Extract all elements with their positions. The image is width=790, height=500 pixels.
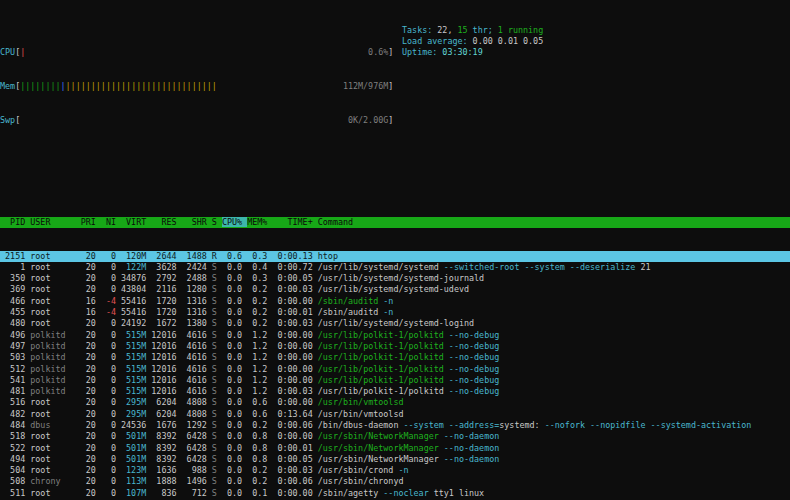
meter-ticks-green: |||||||| — [20, 81, 60, 91]
process-row[interactable]: 480 root 20 0 24192 1672 1380 S 0.0 0.2 … — [0, 318, 790, 329]
column-header-command[interactable]: Command — [318, 217, 353, 227]
virt-cell: 515M — [121, 341, 151, 351]
tasks-summary: Tasks: 22, 15 thr; 1 running — [402, 25, 543, 36]
nice-cell: 0 — [101, 273, 121, 283]
column-header-virt[interactable]: VIRT — [121, 217, 151, 227]
state-cell: S — [212, 262, 222, 272]
user-cell: polkitd — [30, 330, 80, 340]
process-row[interactable]: 350 root 20 0 34876 2792 2488 S 0.0 0.3 … — [0, 273, 790, 284]
process-row[interactable]: 466 root 16 -4 55416 1720 1316 S 0.0 0.2… — [0, 296, 790, 307]
column-header-shr[interactable]: SHR — [182, 217, 212, 227]
res-cell: 1720 — [151, 307, 181, 317]
command-cell: /usr/lib/polkit-1/polkitd — [318, 386, 444, 396]
process-row[interactable]: 518 root 20 0 501M 8392 6428 S 0.0 0.8 0… — [0, 431, 790, 442]
user-cell: root — [30, 409, 80, 419]
state-cell: S — [212, 330, 222, 340]
uptime-segment: Uptime: — [402, 47, 442, 57]
mem-percent-cell: 0.2 — [247, 284, 272, 294]
process-row[interactable]: 481 polkitd 20 0 515M 12016 4616 S 0.0 1… — [0, 386, 790, 397]
priority-cell: 20 — [81, 330, 101, 340]
process-row[interactable]: 1 root 20 0 122M 3628 2424 S 0.0 0.4 0:0… — [0, 262, 790, 273]
state-cell: S — [212, 386, 222, 396]
process-row[interactable]: 496 polkitd 20 0 515M 12016 4616 S 0.0 1… — [0, 330, 790, 341]
process-row[interactable]: 511 root 20 0 107M 836 712 S 0.0 0.1 0:0… — [0, 488, 790, 499]
virt-cell: 515M — [121, 386, 151, 396]
cpu-percent-cell: 0.0 — [222, 386, 247, 396]
shr-cell: 6428 — [182, 454, 212, 464]
command-cell: htop — [318, 251, 338, 261]
cpu-percent-cell: 0.0 — [222, 454, 247, 464]
pid-cell: 369 — [0, 284, 30, 294]
time-cell: 0:00.06 — [272, 476, 317, 486]
res-cell: 2116 — [151, 284, 181, 294]
process-row[interactable]: 541 polkitd 20 0 515M 12016 4616 S 0.0 1… — [0, 375, 790, 386]
process-row[interactable]: 503 polkitd 20 0 515M 12016 4616 S 0.0 1… — [0, 352, 790, 363]
column-header-cpu[interactable]: CPU% — [222, 217, 247, 227]
cpu-percent-cell: 0.0 — [222, 431, 247, 441]
command-cell: /usr/bin/vmtoolsd — [318, 397, 404, 407]
command-cell: -n — [378, 296, 393, 306]
command-cell: /usr/lib/systemd/systemd-logind — [318, 318, 474, 328]
command-cell: /sbin/auditd — [318, 307, 379, 317]
process-row[interactable]: 484 dbus 20 0 24536 1676 1292 S 0.0 0.2 … — [0, 420, 790, 431]
process-row[interactable]: 512 polkitd 20 0 515M 12016 4616 S 0.0 1… — [0, 364, 790, 375]
mem-percent-cell: 0.8 — [247, 454, 272, 464]
priority-cell: 20 — [81, 465, 101, 475]
time-cell: 0:00.00 — [272, 296, 317, 306]
process-row[interactable]: 2151 root 20 0 120M 2644 1488 R 0.6 0.3 … — [0, 251, 790, 262]
user-cell: root — [30, 296, 80, 306]
process-row[interactable]: 522 root 20 0 501M 8392 6428 S 0.0 0.8 0… — [0, 443, 790, 454]
uptime: Uptime: 03:30:19 — [402, 47, 543, 58]
column-header-res[interactable]: RES — [151, 217, 181, 227]
pid-cell: 466 — [0, 296, 30, 306]
process-row[interactable]: 482 root 20 0 295M 6204 4808 S 0.0 0.6 0… — [0, 409, 790, 420]
column-header-ni[interactable]: NI — [101, 217, 121, 227]
res-cell: 8392 — [151, 443, 181, 453]
nice-cell: 0 — [101, 375, 121, 385]
nice-cell: 0 — [101, 318, 121, 328]
process-row[interactable]: 516 root 20 0 295M 6204 4808 S 0.0 0.6 0… — [0, 397, 790, 408]
state-cell: R — [212, 251, 222, 261]
mem-percent-cell: 0.2 — [247, 476, 272, 486]
process-row[interactable]: 455 root 16 -4 55416 1720 1316 S 0.0 0.2… — [0, 307, 790, 318]
nice-cell: -4 — [101, 296, 121, 306]
user-cell: root — [30, 318, 80, 328]
process-row[interactable]: 494 root 20 0 501M 8392 6428 S 0.0 0.8 0… — [0, 454, 790, 465]
user-cell: root — [30, 488, 80, 498]
htop-terminal: CPU[| 0.6%] Mem[||||||||||||||||||||||||… — [0, 0, 790, 500]
process-row[interactable]: 369 root 20 0 43804 2116 1280 S 0.0 0.2 … — [0, 284, 790, 295]
priority-cell: 20 — [81, 352, 101, 362]
column-header-pri[interactable]: PRI — [81, 217, 101, 227]
virt-cell: 24192 — [121, 318, 151, 328]
state-cell: S — [212, 454, 222, 464]
nice-cell: 0 — [101, 330, 121, 340]
process-row[interactable]: 504 root 20 0 123M 1636 988 S 0.0 0.2 0:… — [0, 465, 790, 476]
command-cell: /usr/lib/polkit-1/polkitd — [318, 364, 444, 374]
cpu-percent-cell: 0.0 — [222, 296, 247, 306]
pid-cell: 496 — [0, 330, 30, 340]
user-cell: root — [30, 273, 80, 283]
process-row[interactable]: 497 polkitd 20 0 515M 12016 4616 S 0.0 1… — [0, 341, 790, 352]
process-row[interactable]: 508 chrony 20 0 113M 1888 1496 S 0.0 0.2… — [0, 476, 790, 487]
column-header-time[interactable]: TIME+ — [272, 217, 317, 227]
tasks-summary-segment: thr; — [468, 25, 498, 35]
column-header-pid[interactable]: PID — [0, 217, 30, 227]
column-header-user[interactable]: USER — [30, 217, 80, 227]
res-cell: 1676 — [151, 420, 181, 430]
meter-bracket-close: ] — [388, 47, 393, 57]
time-cell: 0:00.06 — [272, 420, 317, 430]
command-cell: --no-daemon — [439, 454, 500, 464]
mem-percent-cell: 1.2 — [247, 330, 272, 340]
priority-cell: 20 — [81, 375, 101, 385]
column-header-s[interactable]: S — [212, 217, 222, 227]
time-cell: 0:00.00 — [272, 375, 317, 385]
cpu-percent-cell: 0.0 — [222, 341, 247, 351]
user-cell: dbus — [30, 420, 80, 430]
mem-percent-cell: 0.3 — [247, 251, 272, 261]
column-header-mem[interactable]: MEM% — [247, 217, 272, 227]
state-cell: S — [212, 352, 222, 362]
mem-percent-cell: 0.2 — [247, 420, 272, 430]
pid-cell: 504 — [0, 465, 30, 475]
state-cell: S — [212, 431, 222, 441]
priority-cell: 16 — [81, 307, 101, 317]
